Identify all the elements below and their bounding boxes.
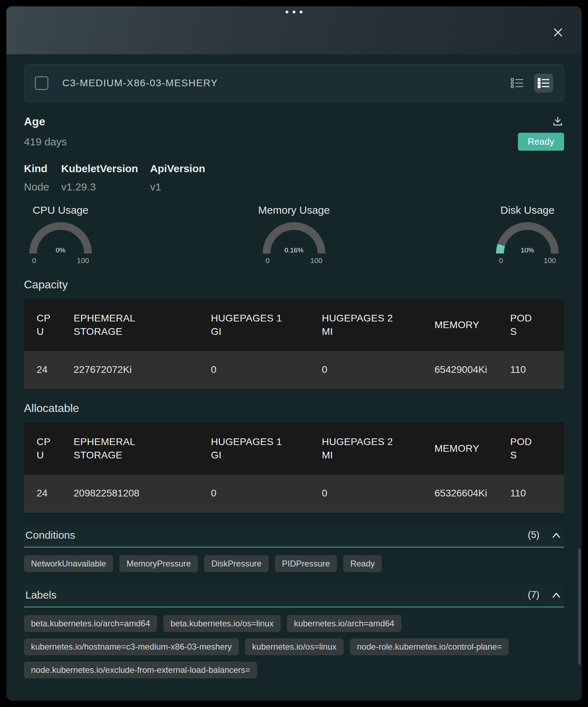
drag-handle-icon[interactable]: [286, 11, 302, 13]
gauge-title: Disk Usage: [500, 204, 554, 216]
gauge-min-label: 0: [32, 256, 36, 265]
table-cell: 0: [198, 475, 309, 512]
meta-fields: Kind Node KubeletVersion v1.29.3 ApiVers…: [24, 163, 564, 193]
conditions-section-header[interactable]: Conditions (5): [24, 525, 564, 548]
modal-header: [6, 6, 582, 54]
resource-title: C3-MEDIUM-X86-03-MESHERY: [62, 77, 509, 89]
column-header: EPHEMERAL STORAGE: [61, 423, 198, 475]
tag-chip: PIDPressure: [275, 555, 337, 572]
age-value: 419 days: [24, 136, 67, 148]
column-header: HUGEPAGES 1 GI: [198, 423, 309, 475]
column-header: PODS: [498, 423, 564, 475]
table-cell: 227672072Ki: [61, 351, 198, 388]
field-label: Kind: [24, 163, 49, 175]
gauge-max-label: 100: [544, 256, 556, 265]
usage-gauges-row: CPU Usage0%0100Memory Usage0.16%0100Disk…: [24, 204, 564, 265]
field-label: KubeletVersion: [61, 163, 138, 175]
table-header-row: CPUEPHEMERAL STORAGEHUGEPAGES 1 GIHUGEPA…: [24, 423, 564, 475]
table-cell: 65326604Ki: [422, 475, 498, 512]
capacity-table: CPUEPHEMERAL STORAGEHUGEPAGES 1 GIHUGEPA…: [24, 299, 564, 388]
labels-chips: beta.kubernetes.io/arch=amd64beta.kubern…: [24, 615, 564, 678]
table-cell: 65429004Ki: [422, 351, 498, 388]
tag-chip: beta.kubernetes.io/os=linux: [163, 615, 281, 632]
labels-section-header[interactable]: Labels (7): [24, 585, 564, 607]
column-header: CPU: [24, 299, 61, 351]
column-header: HUGEPAGES 2 MI: [309, 299, 422, 351]
table-cell: 110: [498, 475, 564, 512]
kv-kind: Kind Node: [24, 163, 49, 193]
usage-gauge: Disk Usage10%0100: [492, 204, 563, 265]
gauge-max-label: 100: [310, 256, 323, 265]
gauge-title: CPU Usage: [33, 204, 88, 216]
gauge-min-label: 0: [265, 256, 270, 265]
scrollbar-thumb[interactable]: [578, 549, 581, 665]
tag-chip: MemoryPressure: [119, 555, 198, 572]
resource-title-card: C3-MEDIUM-X86-03-MESHERY: [24, 64, 564, 102]
table-cell: 0: [198, 351, 309, 388]
field-value: v1: [150, 181, 205, 193]
view-toggle: [509, 74, 553, 93]
tag-chip: DiskPressure: [204, 555, 269, 572]
gauge-max-label: 100: [77, 256, 89, 265]
table-header-row: CPUEPHEMERAL STORAGEHUGEPAGES 1 GIHUGEPA…: [24, 299, 564, 351]
detailed-list-icon[interactable]: [534, 74, 553, 93]
table-cell: 24: [24, 475, 61, 512]
table-cell: 110: [498, 351, 564, 388]
table-cell: 209822581208: [61, 475, 198, 512]
table-cell: 0: [309, 351, 422, 388]
status-badge: Ready: [518, 133, 564, 151]
field-value: v1.29.3: [61, 181, 138, 193]
tag-chip: kubernetes.io/arch=amd64: [287, 615, 401, 632]
column-header: MEMORY: [422, 299, 498, 351]
table-row: 242098225812080065326604Ki110: [24, 475, 564, 512]
column-header: HUGEPAGES 2 MI: [309, 423, 422, 475]
column-header: MEMORY: [422, 423, 498, 475]
column-header: EPHEMERAL STORAGE: [61, 299, 198, 351]
chevron-up-icon[interactable]: [551, 591, 561, 599]
tag-chip: node-role.kubernetes.io/control-plane=: [350, 638, 509, 655]
modal-content: C3-MEDIUM-X86-03-MESHERY: [6, 64, 582, 678]
tag-chip: kubernetes.io/os=linux: [245, 638, 343, 655]
kv-kubelet-version: KubeletVersion v1.29.3: [61, 163, 138, 193]
tag-chip: beta.kubernetes.io/arch=amd64: [24, 615, 157, 632]
conditions-title: Conditions: [25, 529, 75, 541]
tag-chip: kubernetes.io/hostname=c3-medium-x86-03-…: [24, 638, 239, 655]
labels-count: (7): [528, 589, 539, 600]
tag-chip: Ready: [343, 555, 382, 572]
column-header: HUGEPAGES 1 GI: [198, 299, 309, 351]
usage-gauge: CPU Usage0%0100: [25, 204, 96, 265]
table-row: 24227672072Ki0065429004Ki110: [24, 351, 564, 388]
tag-chip: NetworkUnavailable: [24, 555, 113, 572]
select-checkbox[interactable]: [35, 76, 48, 90]
table-cell: 0: [309, 475, 422, 512]
gauge-value: 0%: [28, 246, 93, 254]
download-icon[interactable]: [551, 115, 564, 129]
column-header: PODS: [498, 299, 564, 351]
close-icon[interactable]: [550, 25, 566, 41]
field-label: ApiVersion: [150, 163, 205, 175]
age-label: Age: [24, 115, 45, 128]
tag-chip: node.kubernetes.io/exclude-from-external…: [24, 662, 257, 678]
compact-list-icon[interactable]: [509, 75, 525, 91]
conditions-count: (5): [528, 530, 539, 540]
capacity-heading: Capacity: [24, 278, 564, 291]
column-header: CPU: [24, 423, 61, 475]
gauge-value: 0.16%: [261, 246, 327, 254]
table-cell: 24: [24, 351, 61, 388]
allocatable-heading: Allocatable: [24, 402, 564, 415]
node-details-modal: C3-MEDIUM-X86-03-MESHERY: [6, 6, 582, 701]
gauge-title: Memory Usage: [258, 204, 330, 216]
field-value: Node: [24, 181, 49, 193]
kv-api-version: ApiVersion v1: [150, 163, 205, 193]
labels-title: Labels: [25, 589, 56, 601]
gauge-min-label: 0: [499, 256, 503, 265]
allocatable-table: CPUEPHEMERAL STORAGEHUGEPAGES 1 GIHUGEPA…: [24, 423, 564, 512]
usage-gauge: Memory Usage0.16%0100: [259, 204, 329, 265]
gauge-value: 10%: [495, 246, 560, 254]
chevron-up-icon[interactable]: [551, 531, 561, 539]
conditions-chips: NetworkUnavailableMemoryPressureDiskPres…: [24, 555, 564, 572]
